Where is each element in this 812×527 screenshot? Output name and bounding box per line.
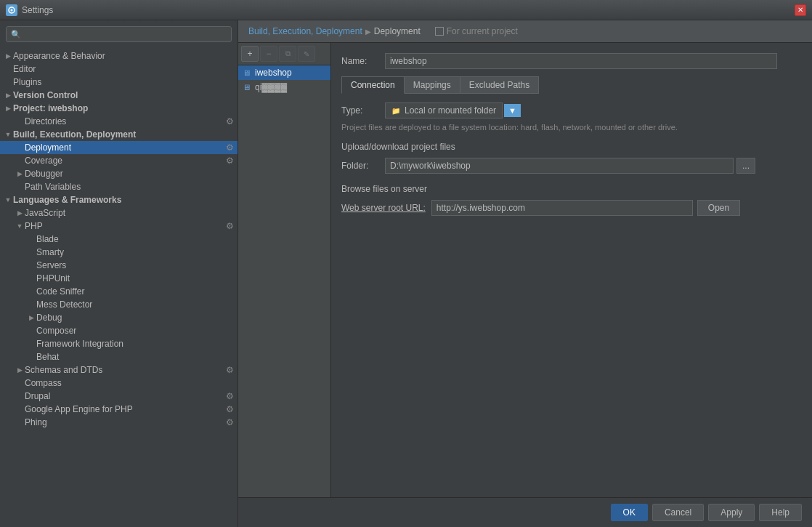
expand-arrow: ▶ [3, 105, 13, 112]
folder-input[interactable] [385, 158, 734, 174]
apply-button[interactable]: Apply [708, 504, 755, 521]
expand-arrow: ▶ [15, 170, 25, 177]
settings-badge-icon: ⚙ [224, 221, 235, 231]
folder-row: Folder: ... [341, 158, 802, 174]
sidebar-item-debug[interactable]: ▶ Debug [0, 311, 237, 324]
sidebar-item-behat[interactable]: ▶ Behat [0, 350, 237, 363]
settings-badge-icon: ⚙ [224, 391, 235, 401]
expand-arrow: ▼ [3, 131, 13, 138]
server-item-iwebshop[interactable]: 🖥 iwebshop [238, 65, 330, 80]
sidebar-item-build[interactable]: ▼ Build, Execution, Deployment [0, 128, 237, 141]
folder-browse-button[interactable]: ... [736, 158, 755, 174]
sidebar-item-blade[interactable]: ▶ Blade [0, 233, 237, 246]
type-dropdown-button[interactable]: ▼ [504, 104, 521, 117]
settings-badge-icon: ⚙ [224, 404, 235, 414]
settings-window: Settings ✕ 🔍 ▶ Appearance & Behavior ▶ E… [0, 0, 812, 527]
title-bar-left: Settings [6, 4, 53, 16]
sidebar-item-compass[interactable]: ▶ Compass [0, 377, 237, 390]
expand-arrow: ▶ [15, 366, 25, 374]
add-server-button[interactable]: + [241, 46, 259, 62]
url-input[interactable] [431, 200, 693, 216]
main-panel: Build, Execution, Deployment ▶ Deploymen… [238, 20, 812, 527]
sidebar-item-coverage[interactable]: ▶ Coverage ⚙ [0, 154, 237, 167]
name-input[interactable] [385, 53, 777, 69]
title-bar: Settings ✕ [0, 0, 812, 20]
sidebar-item-plugins[interactable]: ▶ Plugins [0, 76, 237, 89]
expand-arrow: ▼ [3, 196, 13, 204]
url-row: Web server root URL: Open [341, 200, 802, 216]
sidebar-item-google-app-engine[interactable]: ▶ Google App Engine for PHP ⚙ [0, 403, 237, 416]
expand-arrow: ▶ [3, 92, 13, 99]
sidebar-item-servers[interactable]: ▶ Servers [0, 259, 237, 272]
settings-badge-icon: ⚙ [224, 365, 235, 375]
sidebar-item-languages[interactable]: ▼ Languages & Frameworks [0, 193, 237, 206]
type-description: Project files are deployed to a file sys… [341, 123, 763, 132]
breadcrumb-build[interactable]: Build, Execution, Deployment [248, 26, 362, 36]
type-select-box[interactable]: 📁 Local or mounted folder [385, 102, 503, 118]
sidebar-item-php[interactable]: ▼ PHP ⚙ [0, 220, 237, 233]
expand-arrow: ▶ [3, 52, 13, 60]
server-icon: 🖥 [243, 83, 251, 92]
breadcrumb-deployment: Deployment [374, 26, 421, 36]
server-list: 🖥 iwebshop 🖥 qi▓▓▓▓ [238, 65, 330, 497]
tab-mappings[interactable]: Mappings [404, 76, 460, 94]
web-section-title: Browse files on server [341, 184, 802, 194]
server-name-qi: qi▓▓▓▓ [255, 82, 287, 92]
expand-arrow: ▶ [15, 209, 25, 217]
close-button[interactable]: ✕ [795, 4, 806, 16]
type-row: Type: 📁 Local or mounted folder ▼ [341, 102, 802, 118]
sidebar-item-debugger[interactable]: ▶ Debugger [0, 167, 237, 180]
open-button[interactable]: Open [697, 200, 740, 216]
tab-excluded-paths[interactable]: Excluded Paths [460, 76, 539, 94]
sidebar-item-composer[interactable]: ▶ Composer [0, 324, 237, 337]
sidebar-item-schemas[interactable]: ▶ Schemas and DTDs ⚙ [0, 363, 237, 377]
sidebar-item-phpunit[interactable]: ▶ PHPUnit [0, 272, 237, 285]
tab-connection[interactable]: Connection [341, 76, 405, 94]
breadcrumb-arrow: ▶ [365, 28, 371, 36]
sidebar-item-appearance[interactable]: ▶ Appearance & Behavior [0, 49, 237, 63]
sidebar-item-smarty[interactable]: ▶ Smarty [0, 246, 237, 259]
sidebar-item-project[interactable]: ▶ Project: iwebshop [0, 102, 237, 115]
settings-badge-icon: ⚙ [224, 116, 235, 126]
cancel-button[interactable]: Cancel [652, 504, 704, 521]
copy-server-button[interactable]: ⧉ [279, 46, 296, 62]
server-item-qi[interactable]: 🖥 qi▓▓▓▓ [238, 80, 330, 94]
sidebar-item-path-variables[interactable]: ▶ Path Variables [0, 180, 237, 193]
type-selector: 📁 Local or mounted folder ▼ [385, 102, 521, 118]
sidebar-item-mess-detector[interactable]: ▶ Mess Detector [0, 298, 237, 311]
folder-label: Folder: [341, 161, 385, 171]
sidebar-item-directories[interactable]: ▶ Directories ⚙ [0, 115, 237, 128]
sidebar-item-editor[interactable]: ▶ Editor [0, 63, 237, 76]
settings-tree: ▶ Appearance & Behavior ▶ Editor ▶ Plugi… [0, 48, 237, 527]
search-box[interactable]: 🔍 [6, 26, 232, 42]
sidebar-item-drupal[interactable]: ▶ Drupal ⚙ [0, 390, 237, 403]
edit-server-button[interactable]: ✎ [298, 46, 315, 62]
type-label: Type: [341, 105, 385, 116]
title-text: Settings [22, 5, 53, 15]
sidebar-item-framework-integration[interactable]: ▶ Framework Integration [0, 337, 237, 350]
remove-server-button[interactable]: − [260, 46, 277, 62]
deployment-list-panel: + − ⧉ ✎ 🖥 [238, 43, 331, 497]
bottom-bar: OK Cancel Apply Help [238, 497, 812, 527]
sidebar-item-javascript[interactable]: ▶ JavaScript [0, 206, 237, 220]
settings-app-icon [6, 4, 17, 16]
for-project-checkbox[interactable] [435, 27, 444, 36]
sidebar-item-code-sniffer[interactable]: ▶ Code Sniffer [0, 285, 237, 298]
settings-badge-icon: ⚙ [224, 417, 235, 427]
deployment-toolbar: + − ⧉ ✎ [238, 43, 330, 65]
for-project-label: For current project [435, 26, 518, 36]
help-button[interactable]: Help [759, 504, 802, 521]
settings-badge-icon: ⚙ [224, 142, 235, 153]
sidebar-item-phing[interactable]: ▶ Phing ⚙ [0, 416, 237, 429]
svg-point-2 [11, 9, 13, 11]
folder-input-wrapper: ... [385, 158, 755, 174]
sidebar-item-version-control[interactable]: ▶ Version Control [0, 89, 237, 102]
settings-badge-icon: ⚙ [224, 156, 235, 166]
name-row: Name: [341, 53, 802, 69]
ok-button[interactable]: OK [611, 504, 648, 521]
search-input[interactable] [24, 29, 227, 39]
sidebar-item-deployment[interactable]: ▶ Deployment ⚙ [0, 141, 237, 154]
expand-arrow: ▼ [15, 222, 25, 230]
upload-section-title: Upload/download project files [341, 142, 802, 152]
expand-arrow: ▶ [26, 314, 36, 321]
